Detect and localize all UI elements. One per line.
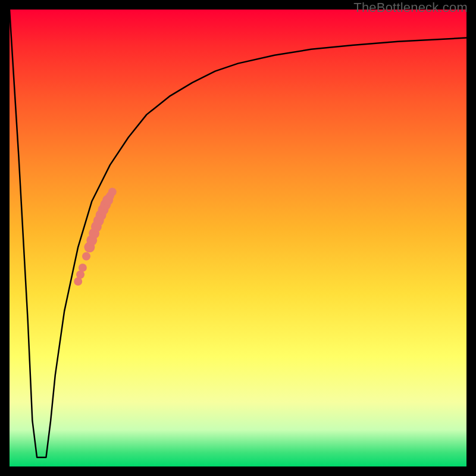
- dot-point: [108, 187, 117, 196]
- chart-stage: TheBottleneck.com: [0, 0, 476, 476]
- bottleneck-curve: [10, 10, 466, 458]
- dot-point: [79, 264, 87, 272]
- curve-svg-layer: [10, 10, 466, 466]
- dot-point: [82, 252, 90, 261]
- highlighted-segment-dots: [74, 187, 117, 286]
